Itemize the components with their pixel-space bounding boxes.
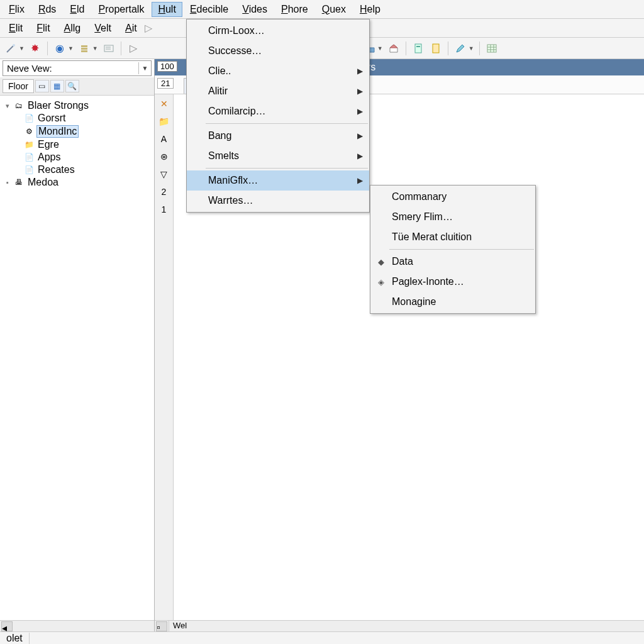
menu-item-smelts[interactable]: Smelts▶ xyxy=(187,146,369,166)
overflow-arrow-icon[interactable]: ▷ xyxy=(145,22,152,34)
zoom-value[interactable]: 100 xyxy=(157,61,177,72)
pen-icon[interactable] xyxy=(453,42,467,55)
root-icon: 🗂 xyxy=(14,101,24,111)
menu-rds[interactable]: Rds xyxy=(32,2,62,17)
menu-item-data[interactable]: ◆Data xyxy=(370,252,535,272)
submenu-arrow-icon: ▶ xyxy=(357,176,363,185)
vtool-2[interactable]: A xyxy=(157,132,171,146)
vtool-0[interactable]: ✕ xyxy=(157,97,171,111)
tree-twisty-icon[interactable]: ▪ xyxy=(4,179,11,186)
menu-allg[interactable]: Allg xyxy=(58,21,87,36)
menu-item-label: Commanary xyxy=(392,191,447,203)
menu-propertalk[interactable]: Propertalk xyxy=(92,2,150,17)
doc-icon: 📄 xyxy=(24,152,34,162)
dropdown-arrow-icon[interactable]: ▼ xyxy=(92,45,98,52)
layers-icon[interactable]: ▦ xyxy=(50,80,64,92)
view-mode-button[interactable]: ▫ xyxy=(156,621,167,631)
menu-eld[interactable]: Eld xyxy=(64,2,91,17)
view-selector[interactable]: ▼ xyxy=(3,60,152,76)
menu-item-label: Cirm-Loox… xyxy=(208,25,265,36)
dropdown-arrow-icon[interactable]: ▼ xyxy=(19,45,25,52)
left-scrollbar[interactable]: ◂ xyxy=(0,620,154,631)
svg-rect-2 xyxy=(81,45,87,47)
menu-item-label: Monagine xyxy=(392,296,436,308)
menu-item-successe-[interactable]: Successe… xyxy=(187,41,369,61)
vtool-5[interactable]: 2 xyxy=(157,185,171,199)
card-icon[interactable]: ▭ xyxy=(35,80,49,92)
menu-quex[interactable]: Quex xyxy=(316,2,352,17)
menu-edecible[interactable]: Edecible xyxy=(184,2,235,17)
menu-hult[interactable]: Hult xyxy=(152,2,182,17)
tree-node-mondinc[interactable]: ⚙MondInc xyxy=(3,125,152,138)
menu-phore[interactable]: Phore xyxy=(275,2,314,17)
canvas-bottom-bar: ▫ Wel xyxy=(155,620,644,631)
doc-icon: 📄 xyxy=(24,165,34,175)
tree-node-apps[interactable]: 📄Apps xyxy=(3,151,152,164)
page-yellow-icon[interactable] xyxy=(429,42,443,55)
menu-ait[interactable]: Ait xyxy=(119,21,143,36)
vtool-3[interactable]: ⊛ xyxy=(157,150,171,164)
globe-icon[interactable]: ◉ xyxy=(53,42,67,55)
menu-item-label: Successe… xyxy=(208,45,262,57)
wand-icon[interactable] xyxy=(4,42,18,55)
menu-elit[interactable]: Elit xyxy=(3,21,29,36)
menu-item-label: Tüe Merat cluition xyxy=(392,231,472,243)
search-icon[interactable]: 🔍 xyxy=(65,80,79,92)
svg-rect-5 xyxy=(104,45,113,52)
tree-node-label: Apps xyxy=(36,152,62,163)
left-tabstrip: Floor ▭ ▦ 🔍 xyxy=(0,77,154,96)
menu-item-cirm-loox-[interactable]: Cirm-Loox… xyxy=(187,21,369,41)
menu-item-label: Smery Flim… xyxy=(392,211,453,223)
menu-flit[interactable]: Flit xyxy=(30,21,56,36)
dropdown-arrow-icon[interactable]: ▼ xyxy=(469,45,474,52)
vtool-1[interactable]: 📁 xyxy=(157,114,171,128)
dropdown-arrow-icon[interactable]: ▼ xyxy=(377,45,383,52)
scroll-left-button[interactable]: ◂ xyxy=(1,621,13,631)
menu-item-label: Comilarcip… xyxy=(208,106,266,117)
menu-flix[interactable]: Flix xyxy=(3,2,31,17)
tree-node-medoa[interactable]: ▪🖶Medoa xyxy=(3,176,152,189)
page-number-field[interactable]: 21 xyxy=(157,78,174,89)
menu-item-warrtes-[interactable]: Warrtes… xyxy=(187,191,369,211)
gear-icon[interactable]: ✸ xyxy=(28,42,42,55)
menu-item-alitir[interactable]: Alitir▶ xyxy=(187,81,369,101)
menu-item-commanary[interactable]: Commanary xyxy=(370,187,535,207)
menu-item-manigflx-[interactable]: ManiGflx…▶ xyxy=(187,170,369,191)
tree-node-recates[interactable]: 📄Recates xyxy=(3,164,152,176)
menu-item-monagine[interactable]: Monagine xyxy=(370,292,535,312)
svg-rect-10 xyxy=(433,44,439,53)
menu-velt[interactable]: Velt xyxy=(88,21,118,36)
dropdown-arrow-icon[interactable]: ▼ xyxy=(138,62,151,74)
menu-item-smery-flim-[interactable]: Smery Flim… xyxy=(370,207,535,227)
home-icon[interactable] xyxy=(387,42,401,55)
tab-floor[interactable]: Floor xyxy=(3,79,34,93)
menu-item-label: Alitir xyxy=(208,86,228,97)
grid-icon[interactable] xyxy=(485,42,499,55)
tree-twisty-icon[interactable]: ▾ xyxy=(4,102,11,110)
menu-item-comilarcip-[interactable]: Comilarcip…▶ xyxy=(187,101,369,121)
vtool-6[interactable]: 1 xyxy=(157,203,171,216)
page-green-icon[interactable] xyxy=(411,42,425,55)
svg-rect-8 xyxy=(415,44,421,53)
tree-node-blaer-strongs[interactable]: ▾🗂Blaer Strongs xyxy=(3,99,152,112)
note-icon[interactable] xyxy=(102,42,116,55)
menu-item-bang[interactable]: Bang▶ xyxy=(187,126,369,146)
menu-vides[interactable]: Vides xyxy=(236,2,274,17)
menu-item-label: ManiGflx… xyxy=(208,175,258,186)
vtool-4[interactable]: ▽ xyxy=(157,167,171,181)
menu-help[interactable]: Help xyxy=(353,2,387,17)
svg-point-1 xyxy=(13,44,15,47)
tree-node-label: Blaer Strongs xyxy=(26,100,90,111)
view-selector-input[interactable] xyxy=(3,61,138,75)
stack-icon[interactable] xyxy=(77,42,91,55)
menu-item-paglex-inonte-[interactable]: ◈Paglex-Inonte… xyxy=(370,272,535,292)
menu-item-t-e-merat-cluition[interactable]: Tüe Merat cluition xyxy=(370,227,535,247)
dropdown-arrow-icon[interactable]: ▼ xyxy=(68,45,74,52)
tree-node-gorsrt[interactable]: 📄Gorsrt xyxy=(3,112,152,125)
menu-item-clie-[interactable]: Clie..▶ xyxy=(187,61,369,81)
play-icon[interactable]: ▷ xyxy=(126,42,140,55)
svg-rect-11 xyxy=(487,45,496,52)
tree-node-egre[interactable]: 📁Egre xyxy=(3,138,152,151)
toolbar-separator xyxy=(479,42,480,55)
menu-item-icon: ◈ xyxy=(375,277,387,287)
